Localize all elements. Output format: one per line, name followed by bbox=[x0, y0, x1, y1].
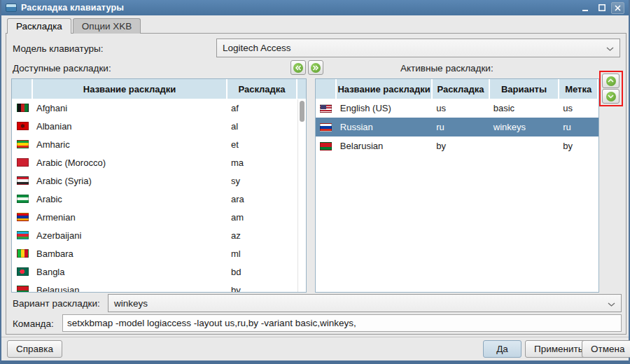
table-row[interactable]: Azerbaijani az bbox=[12, 226, 306, 244]
table-row[interactable]: Bangla bd bbox=[12, 262, 306, 281]
layout-variant-label: Вариант раскладки: bbox=[13, 298, 100, 309]
close-button[interactable] bbox=[611, 2, 624, 14]
tab-xkb-options[interactable]: Опции XKB bbox=[73, 18, 141, 34]
keyboard-model-select[interactable]: Logitech Access bbox=[216, 38, 620, 57]
reorder-buttons-group bbox=[602, 74, 620, 104]
table-row[interactable]: Bambara ml bbox=[12, 244, 306, 262]
move-up-icon bbox=[606, 76, 616, 86]
tab-layout-label: Раскладка bbox=[16, 21, 62, 31]
keyboard-model-value: Logitech Access bbox=[223, 43, 291, 53]
move-down-icon bbox=[606, 92, 616, 102]
azerbaijan-flag-icon bbox=[17, 231, 29, 239]
usa-flag-icon bbox=[320, 104, 332, 113]
variant-column-header[interactable]: Варианты bbox=[490, 79, 560, 99]
ethiopia-flag-icon bbox=[17, 140, 29, 148]
afghanistan-flag-icon bbox=[17, 104, 29, 112]
move-layout-down-button[interactable] bbox=[602, 89, 620, 104]
armenia-flag-icon bbox=[17, 213, 29, 221]
active-layouts-label: Активные раскладки: bbox=[400, 63, 493, 74]
syria-flag-icon bbox=[17, 176, 29, 185]
table-row[interactable]: Armenian am bbox=[12, 208, 306, 226]
russia-flag-icon bbox=[320, 123, 332, 132]
flag-column-header[interactable] bbox=[316, 79, 337, 99]
label-column-header[interactable]: Метка bbox=[559, 79, 598, 99]
table-row[interactable]: Arabic ara bbox=[12, 190, 306, 208]
belarus-flag-icon bbox=[17, 286, 29, 293]
albania-flag-icon bbox=[17, 122, 29, 130]
add-to-active-button[interactable] bbox=[308, 60, 323, 75]
name-column-header[interactable]: Название раскладки bbox=[33, 79, 227, 99]
name-column-header[interactable]: Название раскладки bbox=[337, 79, 433, 99]
move-layout-up-button[interactable] bbox=[602, 74, 620, 88]
ok-button[interactable]: Да bbox=[483, 340, 522, 358]
tab-bar: Раскладка Опции XKB bbox=[7, 18, 142, 34]
move-right-icon bbox=[311, 63, 321, 73]
keyboard-model-label: Модель клавиатуры: bbox=[13, 43, 103, 54]
help-button[interactable]: Справка bbox=[7, 340, 62, 358]
arabic-flag-icon bbox=[17, 195, 29, 203]
layout-column-header[interactable]: Раскладка bbox=[433, 79, 490, 99]
active-table-header: Название раскладки Раскладка Варианты Ме… bbox=[316, 79, 598, 99]
move-left-icon bbox=[293, 63, 303, 73]
footer-divider bbox=[1, 337, 629, 337]
table-row[interactable]: Belarusian by bbox=[12, 281, 306, 293]
mali-flag-icon bbox=[17, 249, 29, 258]
table-row[interactable]: Albanian al bbox=[12, 117, 306, 135]
chevron-down-icon bbox=[608, 298, 615, 309]
available-table-header: Название раскладки Раскладка bbox=[12, 79, 306, 99]
cancel-button[interactable]: Отмена bbox=[582, 340, 630, 358]
table-row[interactable]: Afghani af bbox=[12, 99, 306, 117]
available-layouts-label: Доступные раскладки: bbox=[13, 63, 111, 74]
table-row-selected[interactable]: Russian ru winkeys ru bbox=[316, 118, 598, 136]
remove-from-active-button[interactable] bbox=[290, 60, 306, 75]
scrollbar-thumb[interactable] bbox=[300, 101, 304, 122]
command-value: setxkbmap -model logiaccess -layout us,r… bbox=[67, 318, 356, 328]
command-label: Команда: bbox=[13, 318, 54, 329]
layout-column-header[interactable]: Раскладка bbox=[227, 79, 298, 99]
table-row[interactable]: English (US) us basic us bbox=[316, 99, 598, 118]
available-layouts-table: Название раскладки Раскладка Afghani af … bbox=[11, 78, 307, 293]
table-row[interactable]: Arabic (Syria) sy bbox=[12, 172, 306, 190]
chevron-down-icon bbox=[606, 43, 614, 53]
bangladesh-flag-icon bbox=[17, 267, 29, 276]
command-field[interactable]: setxkbmap -model logiaccess -layout us,r… bbox=[62, 314, 622, 332]
move-buttons-group bbox=[290, 60, 323, 75]
tab-xkb-options-label: Опции XKB bbox=[82, 21, 132, 31]
maximize-button[interactable] bbox=[595, 2, 608, 14]
scrollbar[interactable] bbox=[298, 99, 305, 293]
keyboard-layout-window: Раскладка клавиатуры Раскладка Опции XKB… bbox=[0, 0, 630, 364]
keyboard-icon bbox=[6, 4, 17, 12]
layout-variant-value: winkeys bbox=[114, 298, 148, 309]
flag-column-header[interactable] bbox=[12, 79, 33, 99]
tab-layout[interactable]: Раскладка bbox=[7, 18, 71, 34]
window-title: Раскладка клавиатуры bbox=[21, 3, 124, 13]
table-row[interactable]: Amharic et bbox=[12, 135, 306, 153]
table-row[interactable]: Arabic (Morocco) ma bbox=[12, 153, 306, 172]
belarus-flag-icon bbox=[320, 142, 332, 150]
titlebar[interactable]: Раскладка клавиатуры bbox=[1, 0, 629, 15]
minimize-button[interactable] bbox=[579, 2, 592, 14]
layout-variant-select[interactable]: winkeys bbox=[108, 294, 622, 312]
morocco-flag-icon bbox=[17, 158, 29, 167]
active-layouts-table: Название раскладки Раскладка Варианты Ме… bbox=[315, 78, 599, 293]
table-row[interactable]: Belarusian by by bbox=[316, 136, 598, 155]
